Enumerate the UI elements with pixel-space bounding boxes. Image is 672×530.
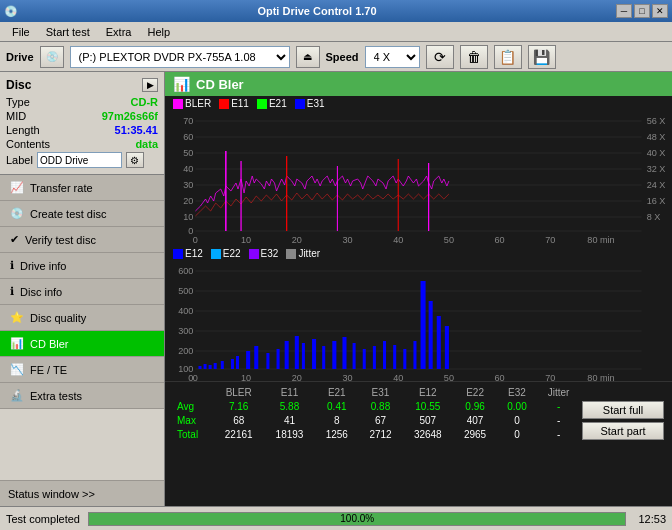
- transfer-rate-icon: 📈: [10, 181, 24, 194]
- close-button[interactable]: ✕: [652, 4, 668, 18]
- disc-title-text: Disc: [6, 78, 31, 92]
- chart-header-icon: 📊: [173, 76, 190, 92]
- svg-text:300: 300: [178, 326, 193, 336]
- label-settings-button[interactable]: ⚙: [126, 152, 144, 168]
- col-header-e22: E22: [453, 386, 497, 399]
- stats-avg-e11: 5.88: [264, 399, 315, 413]
- col-header-e21: E21: [315, 386, 359, 399]
- col-header-e12: E12: [402, 386, 453, 399]
- sidebar-item-label-fe-te: FE / TE: [30, 364, 67, 376]
- svg-rect-83: [403, 349, 406, 369]
- fe-te-icon: 📉: [10, 363, 24, 376]
- minimize-button[interactable]: ─: [616, 4, 632, 18]
- menu-file[interactable]: File: [4, 24, 38, 40]
- drive-select[interactable]: (P:) PLEXTOR DVDR PX-755A 1.08: [70, 46, 290, 68]
- sidebar-item-disc-quality[interactable]: ⭐ Disc quality: [0, 305, 164, 331]
- svg-text:50: 50: [183, 148, 193, 158]
- eraser-button[interactable]: 🗑: [460, 45, 488, 69]
- stats-max-label: Max: [171, 413, 213, 427]
- svg-text:20: 20: [292, 235, 302, 245]
- svg-text:8 X: 8 X: [647, 212, 661, 222]
- svg-text:40 X: 40 X: [647, 148, 666, 158]
- stats-total-e12: 32648: [402, 428, 453, 442]
- col-header-e11: E11: [264, 386, 315, 399]
- drive-icon-btn[interactable]: 💿: [40, 46, 64, 68]
- legend-jitter: Jitter: [286, 248, 320, 259]
- sidebar-item-label-disc-info: Disc info: [20, 286, 62, 298]
- sidebar-item-drive-info[interactable]: ℹ Drive info: [0, 253, 164, 279]
- col-header-jitter: Jitter: [537, 386, 580, 399]
- status-time: 12:53: [638, 513, 666, 525]
- svg-text:48 X: 48 X: [647, 132, 666, 142]
- svg-text:16 X: 16 X: [647, 196, 666, 206]
- stats-avg-e21: 0.41: [315, 399, 359, 413]
- svg-rect-60: [198, 366, 201, 369]
- svg-rect-73: [302, 343, 305, 369]
- svg-text:40: 40: [393, 373, 403, 381]
- svg-text:56 X: 56 X: [647, 116, 666, 126]
- disc-arrow-button[interactable]: ▶: [142, 78, 158, 92]
- speed-select[interactable]: 4 X: [365, 46, 420, 68]
- sidebar-item-create-test-disc[interactable]: 💿 Create test disc: [0, 201, 164, 227]
- app-title: Opti Drive Control 1.70: [18, 5, 616, 17]
- col-header-empty: [171, 386, 213, 399]
- content-area: 📊 CD Bler BLER E11 E21 E31: [165, 72, 672, 506]
- sidebar-item-fe-te[interactable]: 📉 FE / TE: [0, 357, 164, 383]
- stats-max-jitter: -: [537, 413, 580, 427]
- sidebar-item-verify-test-disc[interactable]: ✔ Verify test disc: [0, 227, 164, 253]
- disc-contents-value: data: [135, 138, 158, 150]
- menu-extra[interactable]: Extra: [98, 24, 140, 40]
- sidebar-item-cd-bler[interactable]: 📊 CD Bler: [0, 331, 164, 357]
- title-bar: 💿 Opti Drive Control 1.70 ─ □ ✕: [0, 0, 672, 22]
- svg-text:70: 70: [183, 116, 193, 126]
- legend-e22-text: E22: [223, 248, 241, 259]
- stats-total-e11: 18193: [264, 428, 315, 442]
- svg-rect-66: [236, 356, 239, 369]
- legend-bler-text: BLER: [185, 98, 211, 109]
- svg-rect-81: [383, 341, 386, 369]
- svg-rect-69: [266, 353, 269, 369]
- menu-help[interactable]: Help: [139, 24, 178, 40]
- stats-max-e22: 407: [453, 413, 497, 427]
- stats-avg-e22: 0.96: [453, 399, 497, 413]
- svg-text:80 min: 80 min: [587, 373, 614, 381]
- sidebar-item-extra-tests[interactable]: 🔬 Extra tests: [0, 383, 164, 409]
- svg-rect-88: [445, 326, 449, 369]
- legend-e11-text: E11: [231, 98, 249, 109]
- start-part-button[interactable]: Start part: [582, 422, 664, 440]
- status-window-bar[interactable]: Status window >>: [0, 480, 164, 506]
- cd-bler-icon: 📊: [10, 337, 24, 350]
- start-full-button[interactable]: Start full: [582, 401, 664, 419]
- title-bar-left: 💿: [4, 5, 18, 18]
- sidebar-item-disc-info[interactable]: ℹ Disc info: [0, 279, 164, 305]
- eject-button[interactable]: ⏏: [296, 46, 320, 68]
- svg-rect-68: [254, 346, 258, 369]
- disc-label-input[interactable]: [37, 152, 122, 168]
- legend-e21-text: E21: [269, 98, 287, 109]
- disc-panel: Disc ▶ Type CD-R MID 97m26s66f Length 51…: [0, 72, 164, 175]
- svg-rect-87: [437, 316, 441, 369]
- stats-table: BLER E11 E21 E31 E12 E22 E32 Jitter Avg: [171, 386, 666, 442]
- svg-text:0: 0: [193, 235, 198, 245]
- stats-total-e31: 2712: [359, 428, 403, 442]
- svg-text:20: 20: [183, 196, 193, 206]
- legend-e12: E12: [173, 248, 203, 259]
- sidebar-item-transfer-rate[interactable]: 📈 Transfer rate: [0, 175, 164, 201]
- legend-jitter-text: Jitter: [298, 248, 320, 259]
- legend-e22: E22: [211, 248, 241, 259]
- disc-contents-row: Contents data: [6, 138, 158, 150]
- maximize-button[interactable]: □: [634, 4, 650, 18]
- save-button[interactable]: 💾: [528, 45, 556, 69]
- menu-start-test[interactable]: Start test: [38, 24, 98, 40]
- svg-text:70: 70: [545, 373, 555, 381]
- stats-max-e31: 67: [359, 413, 403, 427]
- legend-bler-box: [173, 99, 183, 109]
- speed-label: Speed: [326, 51, 359, 63]
- svg-rect-84: [413, 341, 416, 369]
- title-bar-buttons: ─ □ ✕: [616, 4, 668, 18]
- bottom-chart-svg: 600 500 400 300 200 100 0 0 10 20 30 40 …: [165, 261, 672, 381]
- disc-length-label: Length: [6, 124, 40, 136]
- refresh-button[interactable]: ⟳: [426, 45, 454, 69]
- bottom-chart-container: 600 500 400 300 200 100 0 0 10 20 30 40 …: [165, 261, 672, 381]
- copy-button[interactable]: 📋: [494, 45, 522, 69]
